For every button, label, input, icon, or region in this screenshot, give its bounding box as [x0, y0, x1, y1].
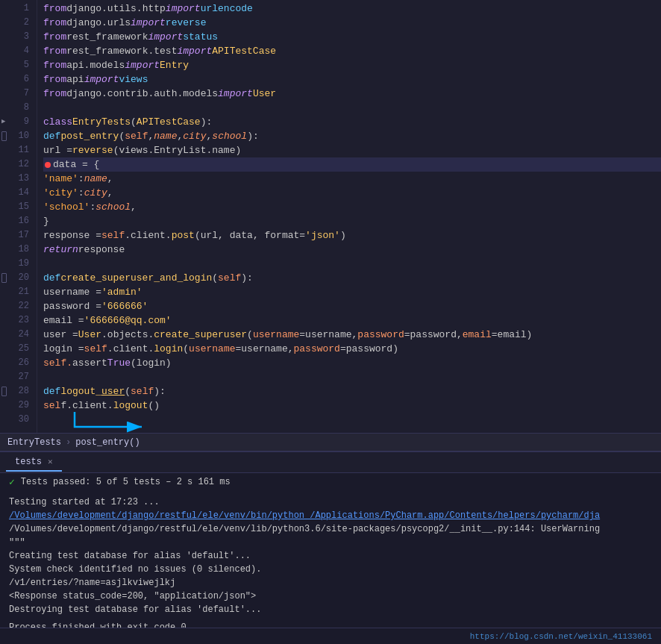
- line-number: 6: [0, 72, 37, 87]
- line-number: 16: [0, 214, 37, 228]
- code-line[interactable]: from rest_framework.test import APITestC…: [43, 44, 661, 58]
- token: reverse: [166, 16, 207, 30]
- code-line[interactable]: 'city': city,: [43, 186, 661, 200]
- code-line[interactable]: email = '666666@qq.com': [43, 313, 661, 328]
- line-number: 22: [0, 299, 37, 313]
- code-line[interactable]: class EntryTests(APITestCase):: [43, 115, 661, 129]
- token: ,: [148, 129, 154, 143]
- token: name: [154, 129, 177, 143]
- line-number: 2: [0, 16, 37, 30]
- line-number: 29: [0, 398, 37, 413]
- bottom-status-right[interactable]: https://blog.csdn.net/weixin_41133061: [470, 632, 652, 641]
- token: import: [131, 16, 166, 30]
- line-number: 13: [0, 172, 37, 186]
- token: =username,: [236, 342, 294, 356]
- line-number: 4: [0, 44, 37, 58]
- code-line[interactable]: 'name': name,: [43, 172, 661, 186]
- code-line[interactable]: [43, 257, 661, 271]
- token: django.contrib.auth.models: [66, 87, 218, 101]
- token: ): [340, 228, 346, 243]
- line-number: ▶9: [0, 115, 37, 129]
- token: (: [183, 342, 189, 356]
- token: api.models: [66, 58, 125, 72]
- token: login =: [43, 342, 84, 356]
- status-text: Tests passed: 5 of 5 tests – 2 s 161 ms: [21, 477, 231, 487]
- line-number: 20: [0, 271, 37, 285]
- line-number: 11: [0, 143, 37, 157]
- code-line[interactable]: from api.models import Entry: [43, 58, 661, 72]
- token: =username,: [299, 328, 357, 342]
- code-line[interactable]: self.assertTrue(login): [43, 356, 661, 370]
- token: city: [183, 129, 206, 143]
- line-number: 23: [0, 313, 37, 328]
- code-line[interactable]: 'school': school,: [43, 200, 661, 214]
- line-number: 3: [0, 30, 37, 44]
- token: (views.EntryList.name): [113, 143, 242, 157]
- token: from: [43, 30, 66, 44]
- line-gutter: 12345678▶9101112131415161718192021222324…: [0, 0, 37, 433]
- code-line[interactable]: def create_superuser_and_login(self):: [43, 271, 661, 285]
- token: APITestCase: [137, 115, 201, 129]
- code-line[interactable]: from django.contrib.auth.models import U…: [43, 87, 661, 101]
- token: import: [177, 44, 212, 58]
- code-line[interactable]: user = User.objects.create_superuser(use…: [43, 328, 661, 342]
- token: (: [212, 271, 218, 285]
- line-number: 12: [0, 157, 37, 172]
- code-line[interactable]: data = {: [43, 157, 661, 172]
- token: 'city': [43, 186, 78, 200]
- code-line[interactable]: from rest_framework import status: [43, 30, 661, 44]
- code-line[interactable]: login = self.client.login(username=usern…: [43, 342, 661, 356]
- code-panel[interactable]: from django.utils.http import urlencodef…: [37, 0, 661, 433]
- token: post_entry: [60, 129, 119, 143]
- editor-area: 12345678▶9101112131415161718192021222324…: [0, 0, 661, 433]
- token: True: [107, 356, 131, 370]
- code-line[interactable]: def post_entry(self, name, city, school)…: [43, 129, 661, 143]
- token: import: [125, 58, 160, 72]
- token: (: [119, 129, 125, 143]
- bottom-status-bar: https://blog.csdn.net/weixin_41133061: [0, 628, 661, 644]
- code-line[interactable]: from django.urls import reverse: [43, 16, 661, 30]
- code-line[interactable]: [43, 370, 661, 384]
- code-line[interactable]: from api import views: [43, 72, 661, 87]
- code-line[interactable]: response = self.client.post(url, data, f…: [43, 228, 661, 243]
- breadcrumb-item-class[interactable]: EntryTests: [7, 437, 61, 448]
- console-line: /v1/entries/?name=asjlkviwejlkj: [9, 576, 652, 590]
- token: login: [154, 342, 183, 356]
- token: ):: [241, 271, 253, 285]
- token: User: [253, 87, 276, 101]
- line-number: 14: [0, 186, 37, 200]
- tab-close-icon[interactable]: ✕: [48, 457, 53, 466]
- token: self.: [43, 356, 72, 370]
- code-line[interactable]: }: [43, 214, 661, 228]
- console-line: """: [9, 536, 652, 549]
- token: :: [78, 172, 84, 186]
- breadcrumb-bar: EntryTests › post_entry(): [0, 433, 661, 451]
- code-line[interactable]: return response: [43, 243, 661, 257]
- token: url =: [43, 143, 72, 157]
- token: urlencode: [201, 1, 253, 16]
- token: def: [43, 271, 60, 285]
- debug-arrow: [67, 404, 157, 434]
- code-line[interactable]: from django.utils.http import urlencode: [43, 1, 661, 16]
- token: ,: [177, 129, 183, 143]
- tab-bar: tests ✕: [0, 452, 661, 473]
- tab-tests[interactable]: tests ✕: [6, 454, 62, 472]
- code-line[interactable]: username = 'admin': [43, 285, 661, 299]
- code-line[interactable]: url = reverse(views.EntryList.name): [43, 143, 661, 157]
- console-line[interactable]: /Volumes/development/django/restful/ele/…: [9, 509, 652, 522]
- token: import: [166, 1, 201, 16]
- token: response =: [43, 228, 101, 243]
- breadcrumb-item-method[interactable]: post_entry(): [75, 437, 140, 448]
- token: return: [43, 243, 78, 257]
- token: '666666': [101, 299, 148, 313]
- line-number: 24: [0, 328, 37, 342]
- code-line[interactable]: [43, 101, 661, 115]
- token: Entry: [160, 58, 189, 72]
- code-line[interactable]: password = '666666': [43, 299, 661, 313]
- token: from: [43, 44, 66, 58]
- line-number: 7: [0, 87, 37, 101]
- code-line[interactable]: def logout_user(self):: [43, 384, 661, 398]
- line-number: 5: [0, 58, 37, 72]
- console-line: Destroying test database for alias 'defa…: [9, 603, 652, 616]
- token: username =: [43, 285, 101, 299]
